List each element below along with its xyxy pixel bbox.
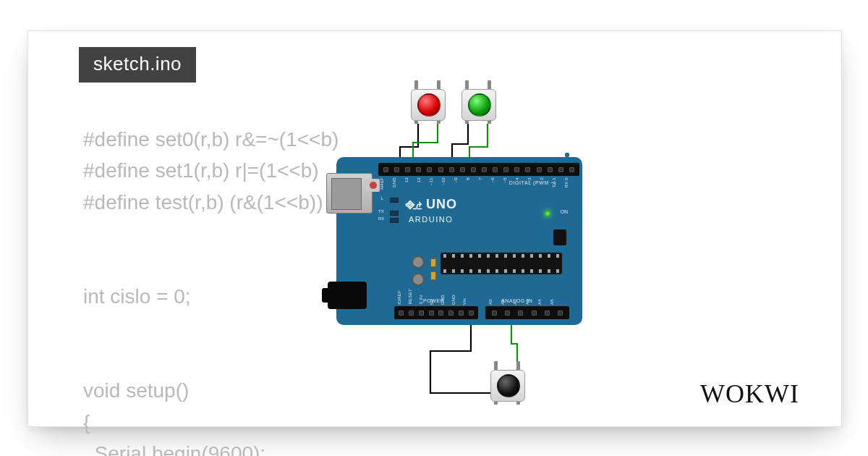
- pin-label: 7: [478, 177, 482, 180]
- arduino-uno-board[interactable]: DIGITAL (PWM ~) POWER ANALOG IN ⎆⎇ UNO A…: [336, 157, 582, 325]
- button-leg: [488, 80, 491, 89]
- pin-label: 8: [466, 177, 470, 180]
- small-ic: [553, 229, 566, 245]
- pin-label: ~11: [429, 177, 433, 185]
- file-tab-label: sketch.ino: [93, 53, 182, 75]
- pin-label: 2: [540, 177, 544, 180]
- pin-label: ~6: [490, 177, 495, 182]
- on-led-label: ON: [561, 209, 569, 214]
- pin-label: GND: [441, 295, 445, 305]
- on-led: [545, 211, 550, 216]
- capacitor: [412, 256, 425, 269]
- editor-card: sketch.ino #define set0(r,b) r&=~(1<<b) …: [27, 30, 842, 427]
- pin-label: 3.3V: [419, 295, 423, 305]
- reset-button[interactable]: [367, 179, 380, 192]
- button-leg: [494, 361, 498, 370]
- file-tab[interactable]: sketch.ino: [79, 47, 196, 83]
- pin-label: A4: [537, 299, 542, 305]
- l-led: [390, 198, 399, 203]
- pin-label: 12: [417, 177, 421, 182]
- pin-label: A1: [501, 299, 505, 305]
- smd-component: [430, 258, 436, 267]
- pin-label: AREF: [380, 177, 384, 190]
- tx-led: [390, 211, 399, 216]
- green-pushbutton[interactable]: [458, 82, 498, 122]
- code-editor[interactable]: #define set0(r,b) r&=~(1<<b) #define set…: [83, 124, 339, 456]
- digital-section-label: DIGITAL (PWM ~): [509, 180, 556, 185]
- pin-label: RX 0: [564, 177, 569, 188]
- pin-label: A5: [550, 299, 554, 305]
- pin-label: GND: [451, 295, 456, 305]
- usb-port: [326, 173, 373, 214]
- pin-label: RESET: [408, 289, 412, 305]
- pin-label: ~5: [503, 177, 507, 182]
- pin-label: ~3: [527, 177, 532, 182]
- button-leg: [414, 80, 418, 89]
- red-pushbutton[interactable]: [407, 82, 448, 122]
- board-logo-row: ⎆⎇ UNO: [406, 196, 457, 213]
- pin-label: 4: [515, 177, 519, 180]
- pin-label: TX 1: [552, 177, 556, 187]
- button-leg: [437, 80, 441, 89]
- analog-header[interactable]: [485, 306, 569, 319]
- pin-label: A3: [525, 299, 529, 305]
- board-brand: ARDUINO: [409, 215, 453, 224]
- pin-label: ~9: [454, 177, 458, 182]
- atmega-chip: [441, 253, 562, 274]
- black-pushbutton[interactable]: [487, 363, 527, 403]
- board-model: UNO: [426, 197, 457, 212]
- power-jack: [328, 282, 367, 309]
- power-header[interactable]: [394, 306, 478, 319]
- pin-label: A0: [488, 299, 493, 305]
- pin-label: ~10: [441, 177, 446, 185]
- wokwi-logo-text: WOKWI: [700, 379, 799, 408]
- button-cap[interactable]: [468, 93, 491, 117]
- pin-label: GND: [392, 177, 396, 187]
- tx-led-label: TX: [378, 209, 384, 214]
- pin-label: 5V: [430, 299, 434, 305]
- wokwi-logo: WOKWI: [700, 379, 799, 409]
- rx-led: [390, 218, 399, 223]
- l-led-label: L: [381, 196, 383, 200]
- smd-component: [430, 271, 436, 280]
- button-cap[interactable]: [417, 93, 441, 117]
- pin-label: 13: [404, 177, 409, 182]
- capacitor: [412, 273, 425, 286]
- pin-label: Vin: [462, 298, 467, 305]
- button-cap[interactable]: [497, 374, 520, 397]
- pin-label: A2: [513, 299, 517, 305]
- pin-label: IOREF: [397, 290, 401, 305]
- digital-header[interactable]: [378, 163, 579, 176]
- button-leg: [516, 361, 520, 370]
- rx-led-label: RX: [378, 216, 384, 221]
- infinity-icon: ⎆⎇: [406, 196, 420, 213]
- button-leg: [465, 80, 469, 89]
